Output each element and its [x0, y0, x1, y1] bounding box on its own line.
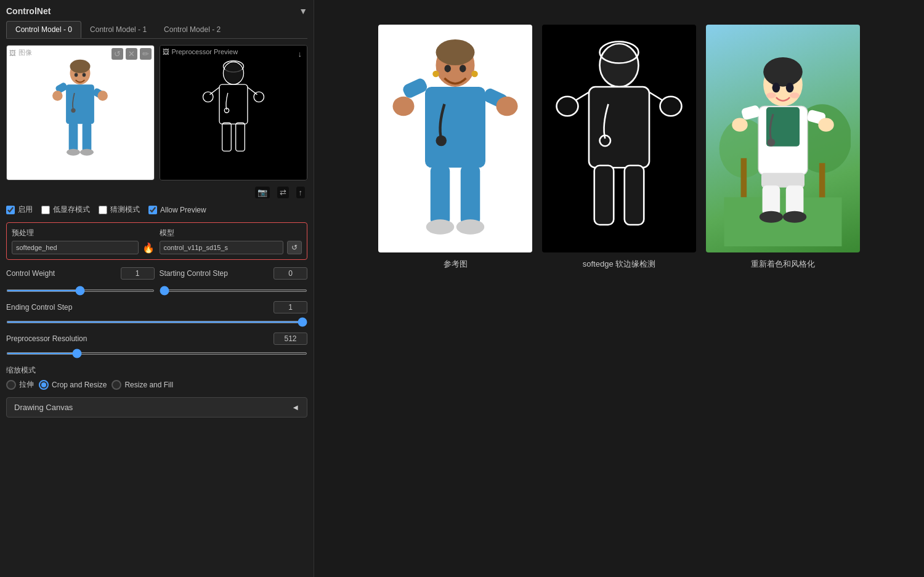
zoom-mode-label: 缩放模式: [6, 365, 307, 376]
svg-point-6: [98, 91, 108, 101]
preprocessor-col-label: 预处理: [12, 228, 155, 238]
control-weight-slider-container: [6, 284, 155, 294]
tab-control-model-0[interactable]: Control Model - 0: [6, 21, 81, 38]
result-2-container: softedge 软边缘检测: [542, 25, 696, 270]
svg-rect-7: [69, 123, 78, 151]
enable-label: 启用: [18, 204, 33, 215]
starting-step-slider-container: [160, 284, 308, 294]
preprocessor-preview-box: 🖼 Preprocessor Preview ↓: [160, 45, 308, 180]
svg-rect-56: [819, 163, 825, 203]
svg-point-39: [460, 65, 466, 72]
result-3-canvas: [706, 25, 860, 252]
nurse-svg: [46, 54, 114, 171]
panel-title: ControlNet: [6, 6, 51, 16]
preprocessor-select-row: softedge_hed softedge_hedsafe softedge_p…: [12, 241, 155, 254]
svg-point-9: [67, 149, 80, 156]
starting-step-row: Starting Control Step 0: [160, 267, 308, 280]
enable-checkbox-item[interactable]: 启用: [6, 204, 33, 215]
svg-rect-21: [222, 123, 231, 151]
preprocessor-col: 预处理 softedge_hed softedge_hedsafe softed…: [12, 228, 155, 254]
svg-rect-55: [741, 158, 747, 198]
svg-point-11: [71, 108, 76, 113]
svg-point-66: [818, 118, 833, 132]
svg-point-41: [471, 71, 478, 78]
preprocessor-canvas: [160, 46, 307, 180]
resize-fill-radio-item[interactable]: Resize and Fill: [111, 379, 173, 390]
result-nurse-1-svg: [387, 31, 523, 246]
crop-resize-radio-item[interactable]: Crop and Resize: [39, 379, 107, 390]
preproc-res-label: Preprocessor Resolution: [6, 334, 269, 343]
svg-rect-57: [724, 197, 842, 246]
stretch-radio-item[interactable]: 拉伸: [6, 379, 34, 390]
allow-preview-checkbox[interactable]: [148, 206, 157, 214]
control-weight-row: Control Weight 1: [6, 267, 155, 280]
svg-point-40: [432, 71, 439, 78]
tab-control-model-1[interactable]: Control Model - 1: [81, 21, 155, 38]
panel-header: ControlNet ▼: [6, 6, 307, 16]
svg-rect-67: [761, 173, 804, 188]
input-image-label: 🖼 图像: [9, 48, 32, 57]
result-3-label: 重新着色和风格化: [751, 259, 815, 270]
result-1-canvas: [378, 25, 532, 252]
svg-point-27: [436, 39, 475, 65]
svg-rect-63: [741, 105, 761, 121]
preproc-res-slider[interactable]: [6, 352, 307, 355]
stretch-radio-dot: [6, 380, 16, 390]
drawing-canvas-row[interactable]: Drawing Canvas ◄: [6, 397, 307, 418]
guess-mode-checkbox[interactable]: [99, 206, 107, 214]
model-select[interactable]: control_v11p_sd15_s control_v11p_sd15_ca…: [160, 241, 284, 254]
svg-rect-28: [425, 87, 485, 167]
preprocessor-select[interactable]: softedge_hed softedge_hedsafe softedge_p…: [12, 241, 139, 254]
ending-step-slider[interactable]: [6, 321, 307, 323]
options-checkbox-row: 启用 低显存模式 猜测模式 Allow Preview: [6, 204, 307, 215]
camera-icon-btn[interactable]: 📷: [255, 187, 270, 198]
download-preview-btn[interactable]: ↓: [296, 48, 305, 60]
input-image-box: 🖼 图像 ↺ ✕ ✏: [6, 45, 155, 180]
preproc-res-value: 512: [274, 333, 307, 345]
result-2-canvas: [542, 25, 696, 252]
result-1-label: 参考图: [444, 259, 468, 270]
tab-control-model-2[interactable]: Control Model - 2: [155, 21, 229, 38]
model-refresh-btn[interactable]: ↺: [287, 241, 302, 254]
svg-rect-22: [235, 123, 245, 151]
svg-rect-34: [461, 166, 480, 225]
guess-mode-checkbox-item[interactable]: 猜测模式: [99, 204, 140, 215]
pencil-image-btn[interactable]: ✏: [140, 48, 152, 60]
svg-rect-69: [786, 185, 804, 215]
refresh-image-btn[interactable]: ↺: [111, 48, 123, 60]
input-image-canvas[interactable]: [7, 46, 154, 180]
result-2-label: softedge 软边缘检测: [583, 259, 656, 270]
upload-icon-btn[interactable]: ↑: [296, 187, 306, 198]
svg-rect-2: [66, 84, 94, 124]
svg-point-65: [732, 118, 747, 132]
svg-point-38: [445, 65, 452, 72]
result-edge-svg: [551, 31, 687, 246]
svg-point-75: [790, 92, 800, 99]
allow-preview-checkbox-item[interactable]: Allow Preview: [148, 206, 206, 214]
svg-point-74: [766, 92, 776, 99]
control-weight-slider[interactable]: [6, 289, 155, 292]
close-image-btn[interactable]: ✕: [126, 48, 137, 60]
image-row: 🖼 图像 ↺ ✕ ✏: [6, 45, 307, 180]
starting-step-label: Starting Control Step: [160, 269, 269, 278]
starting-step-slider[interactable]: [160, 289, 308, 292]
stretch-label: 拉伸: [19, 379, 34, 390]
svg-point-31: [393, 97, 415, 116]
low-mem-checkbox[interactable]: [41, 206, 50, 214]
ending-step-row: Ending Control Step 1: [6, 301, 307, 313]
swap-icon-btn[interactable]: ⇄: [277, 187, 289, 198]
panel-collapse-arrow[interactable]: ▼: [299, 6, 307, 16]
result-images-row: 参考图: [326, 25, 912, 270]
svg-point-71: [783, 211, 806, 223]
svg-point-62: [768, 139, 776, 147]
result-1-image: [378, 25, 532, 252]
svg-point-10: [80, 149, 94, 156]
svg-line-17: [209, 87, 219, 95]
model-col-label: 模型: [160, 228, 302, 238]
enable-checkbox[interactable]: [6, 206, 15, 214]
low-mem-checkbox-item[interactable]: 低显存模式: [41, 204, 90, 215]
result-2-image: [542, 25, 696, 252]
guess-mode-label: 猜测模式: [110, 204, 140, 215]
svg-point-20: [254, 92, 264, 102]
preproc-res-row: Preprocessor Resolution 512: [6, 333, 307, 345]
